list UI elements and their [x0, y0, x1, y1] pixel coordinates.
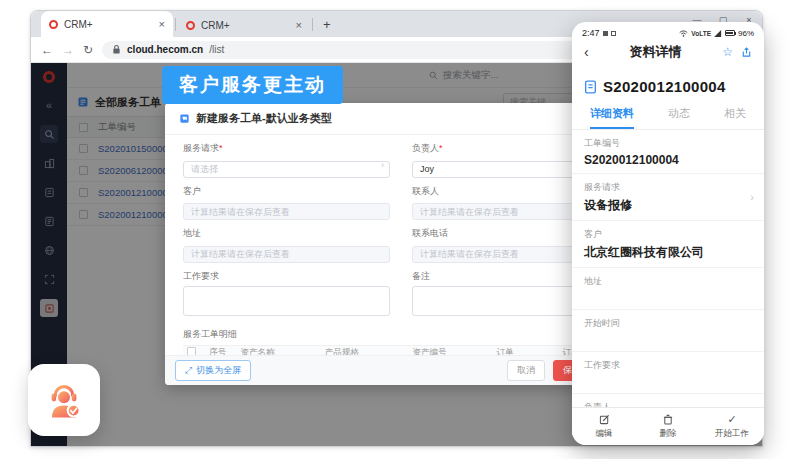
trash-icon: [663, 414, 673, 425]
field-owner[interactable]: 负责人 李鹏 ›: [572, 394, 764, 407]
chevron-right-icon: ›: [381, 160, 384, 170]
tab-title: CRM+: [64, 19, 153, 30]
check-icon: ✓: [727, 414, 736, 426]
field-work-requirement: 工作要求: [183, 263, 390, 320]
field-customer: 客户: [183, 178, 390, 221]
field-address: 地址: [572, 268, 764, 310]
phone-page-title: 资料详情: [589, 43, 723, 61]
document-icon: [584, 80, 597, 94]
field-label: 地址: [183, 227, 390, 240]
modal-footer: ⤢ 切换为全屏 取消 保存开始工作: [165, 355, 637, 385]
detail-section-title: 服务工单明细: [183, 328, 619, 341]
delete-action[interactable]: 删除: [636, 408, 700, 445]
edit-action[interactable]: 编辑: [572, 408, 636, 445]
detail-field-list: 工单编号 S2020012100004 服务请求 设备报修 › 客户 北京红圈科…: [572, 130, 764, 407]
field-label: 客户: [183, 185, 390, 198]
workorder-icon: [179, 113, 190, 124]
tab-close-icon[interactable]: ×: [159, 19, 165, 30]
required-marker: *: [439, 143, 443, 153]
record-id: S2020012100004: [603, 78, 726, 95]
detail-select-all-checkbox[interactable]: [187, 347, 196, 355]
notification-icon: [603, 31, 608, 36]
detail-column: 产品规格: [321, 347, 409, 356]
chevron-right-icon: ›: [750, 191, 754, 203]
service-request-select[interactable]: [183, 161, 390, 178]
field-service-request: 服务请求* ›: [183, 135, 390, 178]
promo-banner: 客户服务更主动: [162, 66, 343, 104]
customer-service-widget[interactable]: [28, 364, 100, 436]
forward-icon[interactable]: →: [62, 44, 74, 56]
tab-activity[interactable]: 动态: [668, 106, 690, 129]
notification-icon: [611, 31, 616, 36]
battery-percent: 96%: [738, 29, 754, 38]
phone-nav-bar: ‹ 资料详情 ☆: [572, 39, 764, 67]
field-order-id: 工单编号 S2020012100004: [572, 130, 764, 174]
field-start-time: 开始时间: [572, 310, 764, 352]
mobile-preview: 2:47 VoLTE 96% ‹ 资料详情 ☆ S2020012100004 详…: [572, 22, 764, 445]
favorite-star-icon[interactable]: ☆: [722, 45, 733, 59]
work-requirement-textarea[interactable]: [183, 286, 390, 316]
modal-header: 新建服务工单-默认业务类型: [165, 103, 637, 135]
padlock-icon: [112, 44, 121, 55]
tab-separator: [175, 18, 176, 31]
wifi-icon: [679, 30, 688, 37]
detail-column: 资产名称: [237, 347, 321, 356]
record-header: S2020012100004: [572, 67, 764, 101]
volte-icon: VoLTE: [691, 30, 711, 37]
field-label: 服务请求: [183, 143, 219, 153]
back-icon[interactable]: ←: [41, 44, 53, 56]
tab-title: CRM+: [201, 20, 290, 31]
new-workorder-modal: 新建服务工单-默认业务类型 服务请求* › 负责人* 客户: [165, 103, 637, 385]
phone-tabs: 详细资料 动态 相关: [572, 101, 764, 130]
reload-icon[interactable]: ↻: [83, 44, 93, 56]
customer-service-icon: [41, 377, 87, 423]
field-address: 地址: [183, 220, 390, 263]
fullscreen-toggle-button[interactable]: ⤢ 切换为全屏: [175, 360, 251, 381]
tab-close-icon[interactable]: ×: [296, 20, 302, 31]
detail-column: 序号: [205, 347, 236, 356]
screenshot-stage: CRM+ × CRM+ × + — ▢ × ← → ↻: [0, 0, 792, 459]
tab-related[interactable]: 相关: [724, 106, 746, 129]
browser-tab-crm-1[interactable]: CRM+ ×: [41, 11, 173, 37]
required-marker: *: [219, 143, 223, 153]
field-label: 工作要求: [183, 270, 390, 283]
tab-separator: [312, 18, 313, 31]
status-time: 2:47: [582, 28, 600, 38]
phone-action-bar: 编辑 删除 ✓ 开始工作: [572, 407, 764, 445]
browser-tab-crm-2[interactable]: CRM+ ×: [178, 13, 310, 37]
share-icon[interactable]: [741, 47, 752, 58]
phone-status-bar: 2:47 VoLTE 96%: [572, 22, 764, 39]
address-input: [183, 246, 390, 263]
field-label: 负责人: [412, 143, 439, 153]
field-customer: 客户 北京红圈科技有限公司: [572, 221, 764, 268]
battery-icon: [725, 30, 735, 36]
url-path: /list: [209, 44, 224, 55]
field-work-requirement: 工作要求: [572, 352, 764, 394]
detail-table-header: 序号 资产名称 产品规格 资产编号 订单 订单日期: [183, 345, 619, 356]
crm-favicon-icon: [186, 21, 195, 30]
expand-icon: ⤢: [185, 365, 192, 376]
modal-body: 服务请求* › 负责人* 客户 联系人: [165, 135, 637, 355]
cancel-button[interactable]: 取消: [507, 360, 545, 381]
new-tab-button[interactable]: +: [323, 17, 331, 32]
detail-column: 订单: [493, 347, 559, 356]
crm-favicon-icon: [49, 20, 58, 29]
edit-icon: [599, 414, 610, 425]
modal-title: 新建服务工单-默认业务类型: [196, 111, 332, 126]
tab-details[interactable]: 详细资料: [590, 106, 634, 129]
signal-icon: [714, 30, 722, 37]
field-service-request[interactable]: 服务请求 设备报修 ›: [572, 174, 764, 221]
customer-input: [183, 203, 390, 220]
start-work-action[interactable]: ✓ 开始工作: [700, 408, 764, 445]
detail-column: 资产编号: [408, 347, 492, 356]
url-domain: cloud.hecom.cn: [127, 44, 203, 55]
